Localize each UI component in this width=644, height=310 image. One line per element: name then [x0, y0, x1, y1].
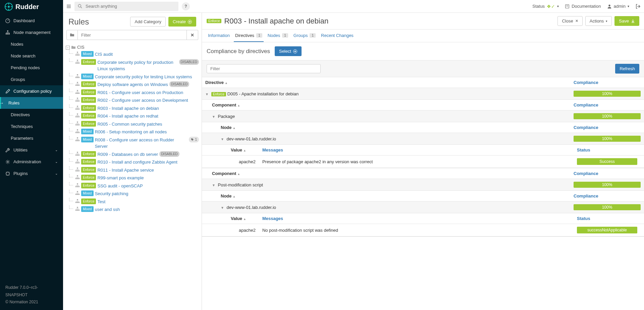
rule-item[interactable]: Enforce R005 - Common security patches	[66, 120, 199, 128]
rule-link[interactable]: Deploy software agents on Windows	[97, 81, 168, 88]
rule-item[interactable]: Mixed Corporate security policy for test…	[66, 73, 199, 81]
folder-filter-button[interactable]	[66, 30, 78, 40]
collapse-toggle-icon[interactable]: ▼	[212, 183, 217, 187]
tab-information[interactable]: Information	[207, 30, 231, 42]
rule-link[interactable]: R006 - Setup monitoring on all nodes	[95, 129, 167, 135]
col-compliance[interactable]: Compliance	[570, 191, 644, 202]
rule-link[interactable]: Security patching	[95, 190, 128, 197]
menu-toggle-icon[interactable]	[66, 4, 71, 9]
rules-filter-input[interactable]	[78, 30, 187, 40]
user-menu[interactable]: admin ▾	[607, 4, 629, 9]
nav-item-pending-nodes[interactable]: Pending nodes	[0, 62, 63, 74]
documentation-link[interactable]: Documentation	[565, 4, 601, 9]
rule-item[interactable]: Mixed R006 - Setup monitoring on all nod…	[66, 128, 199, 136]
rule-link[interactable]: R002 - Configure user access on Developm…	[97, 97, 188, 104]
col-messages[interactable]: Messages	[259, 145, 574, 156]
col-status[interactable]: Status	[574, 213, 644, 224]
rule-item[interactable]: Enforce R004 - Install apache on redhat	[66, 112, 199, 120]
col-node[interactable]: Node▲	[202, 191, 570, 202]
rule-item[interactable]: Mixed Security patching	[66, 190, 199, 198]
rule-link[interactable]: R010 - Install and configure Zabbix Agen…	[97, 159, 177, 166]
col-value[interactable]: Value▲	[202, 145, 259, 156]
rule-item[interactable]: Enforce R001 - Configure user access on …	[66, 89, 199, 97]
nav-item-administration[interactable]: Administration⌄	[0, 156, 63, 168]
collapse-icon[interactable]: −	[66, 46, 70, 50]
nav-item-utilities[interactable]: Utilities⌄	[0, 144, 63, 156]
rule-item[interactable]: Enforce R009 - Databases on db server DI…	[66, 150, 199, 159]
actions-button[interactable]: Actions ▾	[585, 16, 612, 26]
rule-link[interactable]: R001 - Configure user access on Producti…	[97, 89, 183, 96]
nav-item-configuration-policy[interactable]: Configuration policy	[0, 85, 63, 97]
col-compliance[interactable]: Compliance	[570, 168, 644, 179]
rule-link[interactable]: R011 - Install Apache service	[97, 167, 154, 174]
rule-item[interactable]: Enforce R003 - Install apache on debian	[66, 104, 199, 113]
rule-item[interactable]: Enforce R011 - Install Apache service	[66, 166, 199, 174]
rule-item[interactable]: Enforce Test	[66, 198, 199, 206]
status-menu[interactable]: Status ❖✓ ▾	[532, 4, 559, 9]
nav-item-groups[interactable]: Groups	[0, 74, 63, 85]
logo[interactable]: Rudder	[0, 0, 63, 13]
rule-item[interactable]: Enforce R002 - Configure user access on …	[66, 96, 199, 104]
rule-link[interactable]: R005 - Common security patches	[97, 121, 162, 128]
component-row[interactable]: ▼ Post-modification script	[202, 179, 570, 191]
create-rule-button[interactable]: Create	[168, 17, 196, 27]
nav-item-parameters[interactable]: Parameters	[0, 132, 63, 144]
clear-filter-button[interactable]: ✕	[187, 30, 198, 40]
col-node[interactable]: Node▲	[202, 122, 570, 133]
rule-link[interactable]: R99-smart pos example	[97, 175, 144, 181]
save-button[interactable]: Save	[614, 16, 639, 26]
collapse-toggle-icon[interactable]: ▼	[221, 206, 225, 210]
rule-item[interactable]: Mixed user and ssh	[66, 206, 199, 214]
rule-item[interactable]: Enforce R010 - Install and configure Zab…	[66, 158, 199, 166]
tab-groups[interactable]: Groups1	[292, 30, 317, 42]
tree-category[interactable]: − CIS	[66, 44, 199, 50]
collapse-toggle-icon[interactable]: ▼	[205, 92, 210, 96]
col-component[interactable]: Component▲	[202, 100, 570, 110]
rule-link[interactable]: R008 - Configure user access on Rudder S…	[95, 137, 188, 150]
rule-link[interactable]: Corporate security policy for production…	[97, 59, 177, 72]
rule-item[interactable]: Mixed R008 - Configure user access on Ru…	[66, 136, 199, 150]
add-category-button[interactable]: Add Category	[130, 17, 166, 27]
tab-directives[interactable]: Directives1	[234, 30, 264, 42]
search-input[interactable]	[86, 4, 175, 9]
collapse-toggle-icon[interactable]: ▼	[221, 137, 225, 141]
col-compliance[interactable]: Compliance	[570, 77, 644, 88]
select-button[interactable]: Select	[275, 46, 302, 56]
component-row[interactable]: ▼ Package	[202, 110, 570, 122]
col-component[interactable]: Component▲	[202, 168, 570, 179]
help-button[interactable]: ?	[182, 2, 190, 10]
rule-item[interactable]: Mixed CIS audit	[66, 50, 199, 58]
col-status[interactable]: Status	[574, 145, 644, 156]
node-row[interactable]: ▼ dev-www-01.lab.rudder.io	[202, 133, 570, 145]
search-box[interactable]	[74, 2, 178, 11]
col-directive[interactable]: Directive▲	[202, 77, 570, 88]
compliance-filter-input[interactable]	[207, 64, 321, 73]
rule-item[interactable]: Enforce SSG audit - openSCAP	[66, 182, 199, 190]
tab-recent-changes[interactable]: Recent Changes	[320, 30, 355, 42]
nav-item-nodes[interactable]: Nodes	[0, 38, 63, 50]
directive-row[interactable]: ▼ Enforce D005 - Apache installation for…	[202, 88, 570, 100]
nav-item-dashboard[interactable]: Dashboard	[0, 15, 63, 27]
rule-link[interactable]: SSG audit - openSCAP	[97, 183, 143, 189]
nav-item-node-search[interactable]: Node search	[0, 50, 63, 62]
rule-link[interactable]: R004 - Install apache on redhat	[97, 113, 158, 120]
logout-icon[interactable]	[635, 4, 641, 9]
rule-link[interactable]: Corporate security policy for testing Li…	[95, 74, 192, 80]
rule-item[interactable]: Enforce R99-smart pos example	[66, 174, 199, 182]
tab-nodes[interactable]: Nodes1	[266, 30, 289, 42]
nav-item-techniques[interactable]: Techniques	[0, 121, 63, 132]
nav-item-plugins[interactable]: Plugins⌄	[0, 168, 63, 179]
refresh-button[interactable]: Refresh	[615, 64, 639, 74]
col-messages[interactable]: Messages	[259, 213, 574, 224]
node-row[interactable]: ▼ dev-www-01.lab.rudder.io	[202, 202, 570, 213]
nav-item-rules[interactable]: →Rules	[0, 97, 63, 109]
rule-link[interactable]: CIS audit	[95, 51, 113, 58]
collapse-toggle-icon[interactable]: ▼	[212, 115, 217, 119]
rule-link[interactable]: Test	[97, 198, 105, 205]
rule-link[interactable]: R003 - Install apache on debian	[97, 105, 159, 112]
col-compliance[interactable]: Compliance	[570, 100, 644, 110]
rule-item[interactable]: Enforce Corporate security policy for pr…	[66, 58, 199, 73]
rule-item[interactable]: Enforce Deploy software agents on Window…	[66, 81, 199, 89]
rule-link[interactable]: user and ssh	[95, 206, 120, 213]
nav-item-node-management[interactable]: Node management	[0, 27, 63, 38]
